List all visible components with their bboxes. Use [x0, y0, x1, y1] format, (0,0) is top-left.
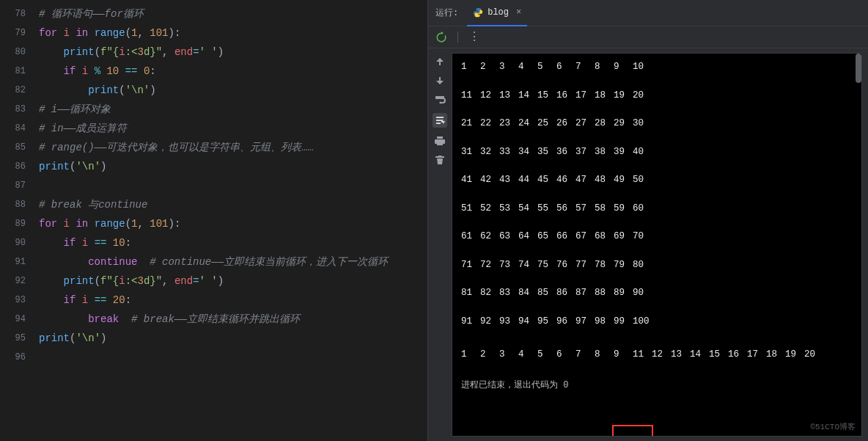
line-number: 96: [0, 348, 26, 367]
line-number: 93: [0, 291, 26, 310]
highlight-box-1: [612, 425, 653, 437]
scroll-to-end-icon[interactable]: [433, 113, 447, 128]
down-arrow-icon[interactable]: [434, 75, 446, 87]
run-body: 1234567891011121314151617181920212223242…: [428, 48, 868, 441]
code-line[interactable]: # 循环语句——for循环: [39, 4, 427, 23]
code-line[interactable]: for i in range(1, 101):: [39, 23, 427, 43]
code-line[interactable]: continue # continue——立即结束当前循环，进入下一次循环: [39, 252, 427, 271]
watermark: ©51CTO博客: [810, 422, 856, 433]
soft-wrap-icon[interactable]: [434, 94, 446, 106]
trash-icon[interactable]: [434, 154, 446, 166]
run-tabs: 运行: blog ×: [428, 0, 868, 26]
up-arrow-icon[interactable]: [434, 56, 446, 68]
line-number: 79: [0, 23, 26, 43]
output-row: 71727374757677787980: [461, 259, 853, 272]
run-tab-blog[interactable]: blog ×: [467, 0, 527, 26]
more-icon[interactable]: ⋮: [468, 32, 480, 43]
code-line[interactable]: if i % 10 == 0:: [39, 62, 427, 81]
code-line[interactable]: if i == 10:: [39, 233, 427, 252]
python-icon: [473, 7, 483, 18]
output-row: 41424344454647484950: [461, 174, 853, 187]
output-row: 31323334353637383940: [461, 146, 853, 159]
line-number: 87: [0, 176, 26, 195]
code-line[interactable]: print(f"{i:<3d}", end=' '): [39, 271, 427, 291]
code-line[interactable]: print('\n'): [39, 157, 427, 176]
line-number: 85: [0, 138, 26, 157]
code-line[interactable]: print('\n'): [39, 81, 427, 100]
line-number: 81: [0, 62, 26, 81]
code-line[interactable]: if i == 20:: [39, 291, 427, 310]
editor-pane: 78798081828384858687888990919293949596 #…: [0, 0, 427, 441]
separator: [457, 32, 458, 43]
code-line[interactable]: for i in range(1, 101):: [39, 214, 427, 233]
code-line[interactable]: # range()——可迭代对象，也可以是字符串、元组、列表……: [39, 138, 427, 157]
output-second-run: 12345678911121314151617181920: [461, 349, 853, 362]
output-row: 12345678910: [461, 61, 853, 74]
tab-label: blog: [488, 7, 509, 18]
run-toolbar: ⋮: [428, 26, 868, 48]
run-label: 运行:: [435, 7, 458, 19]
output-row: 21222324252627282930: [461, 117, 853, 131]
code-line[interactable]: # in——成员运算符: [39, 119, 427, 138]
line-number: 84: [0, 119, 26, 138]
code-line[interactable]: break # break——立即结束循环并跳出循环: [39, 310, 427, 329]
code-line[interactable]: # break 与continue: [39, 195, 427, 214]
line-number: 80: [0, 43, 26, 62]
rerun-icon[interactable]: [435, 32, 447, 43]
line-number: 86: [0, 157, 26, 176]
output-row: 919293949596979899100: [461, 316, 853, 329]
output-row: 11121314151617181920: [461, 90, 853, 103]
close-icon[interactable]: ×: [516, 7, 521, 18]
output-row: 81828384858687888990: [461, 287, 853, 300]
scrollbar[interactable]: [856, 54, 861, 436]
output-row: 51525354555657585960: [461, 203, 853, 216]
line-number: 92: [0, 271, 26, 291]
line-number: 88: [0, 195, 26, 214]
run-pane: 运行: blog × ⋮ 123456789101112131415161718…: [427, 0, 868, 441]
code-line[interactable]: print(f"{i:<3d}", end=' '): [39, 43, 427, 62]
code-line[interactable]: print('\n'): [39, 329, 427, 348]
output-grid: 1234567891011121314151617181920212223242…: [461, 61, 853, 328]
output-row: 61626364656667686970: [461, 230, 853, 244]
code-line[interactable]: [39, 348, 427, 367]
console-output[interactable]: 1234567891011121314151617181920212223242…: [452, 53, 862, 437]
line-number: 89: [0, 214, 26, 233]
line-number: 91: [0, 252, 26, 271]
line-number: 90: [0, 233, 26, 252]
line-number: 94: [0, 310, 26, 329]
print-icon[interactable]: [434, 135, 446, 147]
exit-line: 进程已结束，退出代码为 0: [461, 379, 853, 392]
code-area[interactable]: # 循环语句——for循环for i in range(1, 101): pri…: [33, 0, 427, 441]
line-number: 95: [0, 329, 26, 348]
line-number: 83: [0, 100, 26, 119]
line-number-gutter: 78798081828384858687888990919293949596: [0, 0, 33, 441]
code-line[interactable]: [39, 176, 427, 195]
line-number: 82: [0, 81, 26, 100]
line-number: 78: [0, 4, 26, 23]
code-line[interactable]: # i——循环对象: [39, 100, 427, 119]
scrollbar-thumb[interactable]: [856, 54, 861, 83]
side-toolbar: [428, 48, 452, 441]
